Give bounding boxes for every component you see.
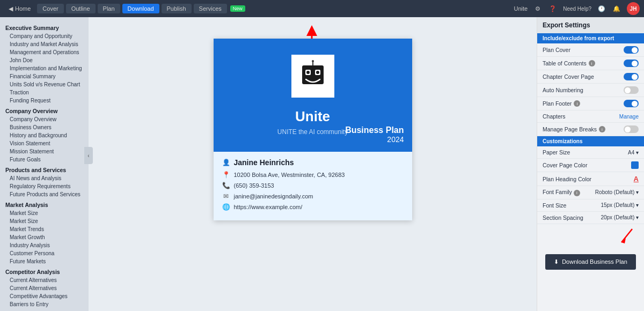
- plan-footer-info-icon[interactable]: i: [574, 100, 580, 107]
- sidebar-item-traction[interactable]: Traction: [0, 88, 89, 97]
- download-icon: ⬇: [554, 258, 559, 265]
- font-family-dropdown[interactable]: Roboto (Default) ▾: [595, 189, 639, 195]
- chapters-label: Chapters: [543, 113, 566, 120]
- download-button[interactable]: ⬇ Download Business Plan: [545, 254, 636, 270]
- sidebar-item-regulatory[interactable]: Regulatory Requirements: [0, 182, 89, 190]
- tab-download[interactable]: Download: [122, 4, 159, 13]
- tab-outline[interactable]: Outline: [66, 4, 96, 13]
- row-chapters: Chapters Manage: [537, 110, 644, 123]
- sidebar-item-mission[interactable]: Mission Statement: [0, 147, 89, 156]
- bell-icon[interactable]: 🔔: [612, 4, 621, 13]
- contact-phone-row: 📞 (650) 359-3153: [222, 182, 404, 189]
- sidebar-item-future-products[interactable]: Future Products and Services: [0, 190, 89, 198]
- business-plan-label: Business Plan: [345, 125, 404, 135]
- sidebar-item-management-ops[interactable]: Management and Operations: [0, 48, 89, 56]
- avatar[interactable]: JH: [627, 2, 640, 15]
- sidebar-item-business-owners[interactable]: Business Owners: [0, 123, 89, 131]
- toc-label: Table of Contents i: [543, 60, 595, 66]
- font-size-dropdown[interactable]: 15px (Default) ▾: [601, 202, 639, 208]
- auto-numbering-toggle[interactable]: [624, 86, 639, 94]
- document-preview: Unite UNITE the AI community Business Pl…: [214, 39, 412, 220]
- sidebar-item-units-revenue[interactable]: Units Sold v/s Revenue Chart: [0, 80, 89, 88]
- sidebar-item-vision[interactable]: Vision Statement: [0, 139, 89, 147]
- tab-services[interactable]: Services: [194, 4, 227, 13]
- sidebar-item-market-trends[interactable]: Market Trends: [0, 225, 89, 233]
- tab-plan[interactable]: Plan: [98, 4, 120, 13]
- contact-name: Janine Heinrichs: [234, 158, 294, 167]
- contact-name-row: 👤 Janine Heinrichs: [222, 158, 404, 167]
- sidebar-item-customer-persona[interactable]: Customer Persona: [0, 249, 89, 257]
- section-spacing-dropdown[interactable]: 20px (Default) ▾: [601, 214, 639, 220]
- row-chapter-cover: Chapter Cover Page: [537, 70, 644, 84]
- sidebar-item-company-overview[interactable]: Company Overview: [0, 115, 89, 123]
- sidebar-item-barriers[interactable]: Barriers to Entry: [0, 300, 89, 308]
- plan-footer-label: Plan Footer i: [543, 100, 580, 107]
- sidebar-item-company-opportunity[interactable]: Company and Opportunity: [0, 32, 89, 40]
- sidebar-item-ai-news[interactable]: AI News and Analysis: [0, 174, 89, 182]
- contact-address: 10200 Bolsa Ave, Westminster, CA, 92683: [234, 172, 345, 178]
- sidebar-item-market-growth[interactable]: Market Growth: [0, 233, 89, 241]
- sidebar-item-john-doe[interactable]: John Doe: [0, 56, 89, 64]
- contact-website: https://www.example.com/: [234, 204, 303, 210]
- sidebar-item-current-alt-2[interactable]: Current Alternatives: [0, 284, 89, 292]
- sidebar-collapse-button[interactable]: ‹: [84, 147, 93, 164]
- svg-point-7: [306, 71, 310, 74]
- settings-icon[interactable]: ⚙: [533, 4, 543, 13]
- row-section-spacing: Section Spacing 20px (Default) ▾: [537, 212, 644, 224]
- chapter-cover-toggle[interactable]: [624, 73, 639, 80]
- row-cover-page-color: Cover Page Color: [537, 159, 644, 172]
- doc-bottom-right: Business Plan 2024: [345, 125, 404, 144]
- contact-website-row: 🌐 https://www.example.com/: [222, 203, 404, 211]
- section-spacing-label: Section Spacing: [543, 214, 583, 221]
- plan-footer-toggle[interactable]: [624, 100, 639, 107]
- plan-cover-toggle[interactable]: [624, 46, 639, 54]
- plan-heading-color-label: Plan Heading Color: [543, 176, 591, 182]
- sidebar-item-future-goals[interactable]: Future Goals: [0, 156, 89, 164]
- page-breaks-toggle[interactable]: [624, 125, 639, 133]
- sidebar-item-future-markets[interactable]: Future Markets: [0, 257, 89, 265]
- paper-size-dropdown[interactable]: A4 ▾: [628, 150, 639, 156]
- tab-cover[interactable]: Cover: [37, 4, 63, 13]
- sidebar-item-implementation[interactable]: Implementation and Marketing: [0, 64, 89, 72]
- manage-link[interactable]: Manage: [619, 114, 639, 120]
- contact-phone: (650) 359-3153: [234, 182, 274, 189]
- sidebar-item-industry-market[interactable]: Industry and Market Analysis: [0, 40, 89, 48]
- row-table-of-contents: Table of Contents i: [537, 57, 644, 70]
- home-link[interactable]: ◀ Home: [4, 4, 35, 13]
- svg-point-3: [312, 60, 314, 62]
- year-label: 2024: [345, 135, 404, 144]
- red-arrow-down: [616, 226, 638, 248]
- tab-publish[interactable]: Publish: [162, 4, 192, 13]
- plan-heading-color-swatch[interactable]: A: [634, 175, 639, 183]
- nav-unite-label: Unite: [514, 5, 528, 12]
- sidebar-section-competitor: Competitor Analysis: [0, 265, 89, 276]
- manage-page-breaks-label: Manage Page Breaks i: [543, 126, 605, 132]
- toc-toggle[interactable]: [624, 60, 639, 67]
- cover-page-color-label: Cover Page Color: [543, 162, 587, 168]
- doc-blue-section: Unite UNITE the AI community Business Pl…: [214, 39, 412, 152]
- page-breaks-info-icon[interactable]: i: [599, 126, 605, 132]
- help-icon[interactable]: ❓: [548, 4, 558, 13]
- email-icon: ✉: [222, 192, 230, 200]
- sidebar-item-market-size-1[interactable]: Market Size: [0, 209, 89, 217]
- svg-point-8: [316, 71, 319, 74]
- cover-page-color-swatch[interactable]: [631, 161, 639, 169]
- right-panel: Export Settings Include/exclude from exp…: [537, 17, 644, 311]
- sidebar-section-company-overview: Company Overview: [0, 105, 89, 115]
- clock-icon[interactable]: 🕐: [597, 4, 606, 13]
- sidebar-item-current-alt-1[interactable]: Current Alternatives: [0, 276, 89, 284]
- sidebar-section-products-services: Products and Services: [0, 164, 89, 174]
- customizations-section-header: Customizations: [537, 136, 644, 146]
- sidebar-item-competitive-adv[interactable]: Competitive Advantages: [0, 292, 89, 300]
- row-font-size: Font Size 15px (Default) ▾: [537, 199, 644, 212]
- sidebar-item-funding[interactable]: Funding Request: [0, 97, 89, 105]
- new-badge: New: [230, 5, 245, 12]
- svg-line-9: [621, 229, 632, 242]
- row-font-family: Font Family i Roboto (Default) ▾: [537, 186, 644, 199]
- toc-info-icon[interactable]: i: [589, 60, 595, 66]
- sidebar-item-market-size-2[interactable]: Market Size: [0, 217, 89, 225]
- sidebar-item-industry-analysis[interactable]: Industry Analysis: [0, 241, 89, 249]
- sidebar-item-financial-summary[interactable]: Financial Summary: [0, 72, 89, 80]
- sidebar-item-history[interactable]: History and Background: [0, 131, 89, 139]
- font-family-info-icon[interactable]: i: [574, 190, 580, 196]
